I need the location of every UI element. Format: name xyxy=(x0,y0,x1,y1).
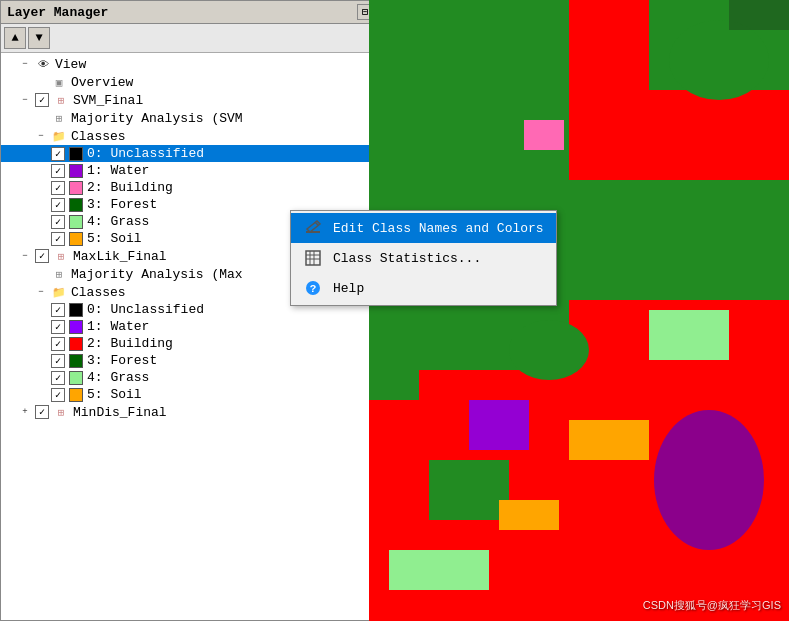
tree-item-max-class4[interactable]: 4: Grass xyxy=(1,369,379,386)
tree-label-max-class0: 0: Unclassified xyxy=(85,302,204,317)
svg-rect-13 xyxy=(649,310,729,360)
tree-item-overview[interactable]: ▣ Overview xyxy=(1,73,379,91)
tree-label-majority-svm: Majority Analysis (SVM xyxy=(69,111,243,126)
checkbox-max-class2[interactable] xyxy=(51,337,65,351)
svg-rect-8 xyxy=(469,400,529,450)
expand-icon-overview xyxy=(33,74,49,90)
tree-label-classes-max: Classes xyxy=(69,285,126,300)
tree-label-svm-class5: 5: Soil xyxy=(85,231,142,246)
menu-item-help[interactable]: ? Help xyxy=(291,273,556,303)
checkbox-maxlik[interactable] xyxy=(35,249,49,263)
expand-icon-maxlik[interactable]: − xyxy=(17,248,33,264)
color-svm-class4 xyxy=(69,215,83,229)
watermark-text: CSDN搜狐号@疯狂学习GIS xyxy=(643,598,781,613)
checkbox-max-class4[interactable] xyxy=(51,371,65,385)
tree-item-svm-final[interactable]: − ⊞ SVM_Final xyxy=(1,91,379,109)
tree-label-max-class4: 4: Grass xyxy=(85,370,149,385)
tree-item-svm-class2[interactable]: 2: Building xyxy=(1,179,379,196)
checkbox-max-class3[interactable] xyxy=(51,354,65,368)
svg-marker-18 xyxy=(307,221,320,232)
checkbox-max-class5[interactable] xyxy=(51,388,65,402)
toolbar: ▲ ▼ xyxy=(1,24,379,53)
svg-text:?: ? xyxy=(310,283,317,295)
color-svm-class0 xyxy=(69,147,83,161)
expand-icon-classes-svm[interactable]: − xyxy=(33,128,49,144)
color-max-class1 xyxy=(69,320,83,334)
svg-rect-11 xyxy=(569,420,649,460)
checkbox-svm-class4[interactable] xyxy=(51,215,65,229)
expand-icon-svm[interactable]: − xyxy=(17,92,33,108)
tree-item-svm-class1[interactable]: 1: Water xyxy=(1,162,379,179)
color-max-class4 xyxy=(69,371,83,385)
svg-rect-15 xyxy=(524,120,564,150)
svg-rect-17 xyxy=(306,231,320,233)
menu-label-class-stats: Class Statistics... xyxy=(331,251,481,266)
color-svm-class3 xyxy=(69,198,83,212)
tree-item-max-class1[interactable]: 1: Water xyxy=(1,318,379,335)
map-svg xyxy=(369,0,789,621)
raster-icon-svm: ⊞ xyxy=(53,92,69,108)
svg-rect-12 xyxy=(499,500,559,530)
tree-label-majority-max: Majority Analysis (Max xyxy=(69,267,243,282)
raster-icon-mindis: ⊞ xyxy=(53,404,69,420)
tree-label-svm: SVM_Final xyxy=(71,93,143,108)
checkbox-svm-class3[interactable] xyxy=(51,198,65,212)
layer-manager-panel: Layer Manager ⊟ ▲ ▼ − 👁 View ▣ Overview … xyxy=(0,0,380,621)
tree-label-max-class1: 1: Water xyxy=(85,319,149,334)
checkbox-svm-class5[interactable] xyxy=(51,232,65,246)
expand-icon-view[interactable]: − xyxy=(17,56,33,72)
tree-item-svm-class0[interactable]: 0: Unclassified xyxy=(1,145,379,162)
expand-icon-mindis[interactable]: + xyxy=(17,404,33,420)
svg-point-9 xyxy=(509,320,589,380)
move-up-button[interactable]: ▲ xyxy=(4,27,26,49)
checkbox-mindis[interactable] xyxy=(35,405,49,419)
menu-item-edit-names[interactable]: Edit Class Names and Colors xyxy=(291,213,556,243)
menu-label-help: Help xyxy=(331,281,364,296)
map-view[interactable]: CSDN搜狐号@疯狂学习GIS xyxy=(369,0,789,621)
checkbox-svm-class1[interactable] xyxy=(51,164,65,178)
checkbox-svm-class0[interactable] xyxy=(51,147,65,161)
color-max-class2 xyxy=(69,337,83,351)
color-max-class3 xyxy=(69,354,83,368)
tree-label-svm-class0: 0: Unclassified xyxy=(85,146,204,161)
raster-icon-maxlik: ⊞ xyxy=(53,248,69,264)
tree-area[interactable]: − 👁 View ▣ Overview − ⊞ SVM_Final ⊞ Majo xyxy=(1,53,379,620)
tree-label-maxlik: MaxLik_Final xyxy=(71,249,167,264)
tree-label-max-class5: 5: Soil xyxy=(85,387,142,402)
svg-point-7 xyxy=(654,410,764,550)
tree-item-max-class5[interactable]: 5: Soil xyxy=(1,386,379,403)
expand-icon-classes-max[interactable]: − xyxy=(33,284,49,300)
svg-rect-10 xyxy=(429,460,509,520)
move-down-button[interactable]: ▼ xyxy=(28,27,50,49)
tree-label-svm-class2: 2: Building xyxy=(85,180,173,195)
tree-label-classes-svm: Classes xyxy=(69,129,126,144)
panel-title-bar: Layer Manager ⊟ xyxy=(1,1,379,24)
folder-icon-max: 📁 xyxy=(51,284,67,300)
color-max-class0 xyxy=(69,303,83,317)
panel-title: Layer Manager xyxy=(7,5,108,20)
stats-icon xyxy=(303,248,323,268)
tree-item-classes-svm[interactable]: − 📁 Classes xyxy=(1,127,379,145)
checkbox-svm-class2[interactable] xyxy=(51,181,65,195)
folder-icon-svm: 📁 xyxy=(51,128,67,144)
help-icon: ? xyxy=(303,278,323,298)
tree-item-majority-svm[interactable]: ⊞ Majority Analysis (SVM xyxy=(1,109,379,127)
tree-label-max-class3: 3: Forest xyxy=(85,353,157,368)
tree-item-view[interactable]: − 👁 View xyxy=(1,55,379,73)
tree-label-svm-class3: 3: Forest xyxy=(85,197,157,212)
color-svm-class1 xyxy=(69,164,83,178)
tree-item-max-class2[interactable]: 2: Building xyxy=(1,335,379,352)
tree-label-mindis: MinDis_Final xyxy=(71,405,167,420)
tree-item-max-class3[interactable]: 3: Forest xyxy=(1,352,379,369)
menu-item-class-stats[interactable]: Class Statistics... xyxy=(291,243,556,273)
tree-item-mindis[interactable]: + ⊞ MinDis_Final xyxy=(1,403,379,421)
eye-icon-view: 👁 xyxy=(35,56,51,72)
checkbox-max-class1[interactable] xyxy=(51,320,65,334)
tree-label-view: View xyxy=(53,57,86,72)
svg-point-3 xyxy=(669,20,769,100)
menu-label-edit-names: Edit Class Names and Colors xyxy=(331,221,544,236)
checkbox-svm[interactable] xyxy=(35,93,49,107)
overview-icon: ▣ xyxy=(51,74,67,90)
color-svm-class2 xyxy=(69,181,83,195)
checkbox-max-class0[interactable] xyxy=(51,303,65,317)
